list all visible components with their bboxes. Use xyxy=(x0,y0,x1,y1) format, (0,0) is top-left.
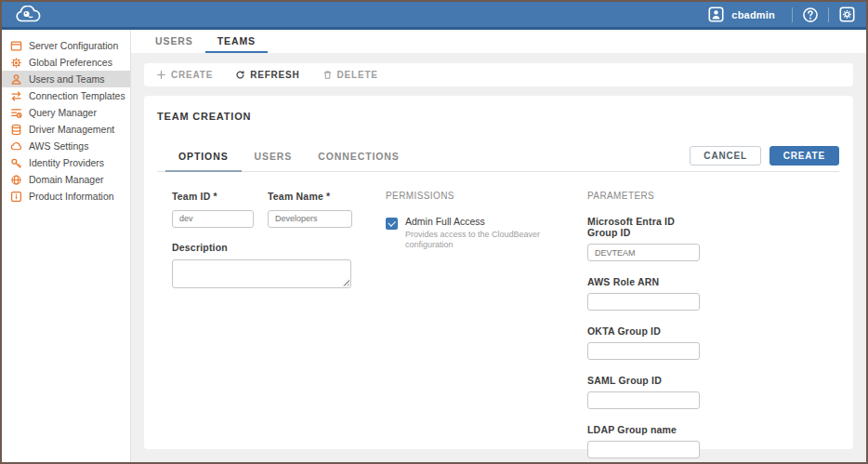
query-list-icon xyxy=(10,107,22,119)
sidebar-item-aws-settings[interactable]: AWS Settings xyxy=(2,138,130,154)
create-label: CREATE xyxy=(171,70,213,80)
sidebar-item-global-preferences[interactable]: Global Preferences xyxy=(2,54,130,71)
trash-icon xyxy=(322,70,333,80)
divider xyxy=(792,7,793,22)
team-creation-form: Team ID * Team Name * Description xyxy=(157,172,839,458)
aws-role-arn-label: AWS Role ARN xyxy=(587,276,700,287)
tab-connections[interactable]: CONNECTIONS xyxy=(305,141,413,172)
sidebar-item-label: Query Manager xyxy=(29,107,97,118)
ldap-group-name-input[interactable] xyxy=(587,441,700,458)
admin-full-access-checkbox[interactable] xyxy=(386,218,398,230)
sidebar-item-server-configuration[interactable]: Server Configuration xyxy=(2,37,130,54)
gear-icon xyxy=(10,57,22,69)
ldap-group-name-label: LDAP Group name xyxy=(587,424,700,435)
tab-teams[interactable]: TEAMS xyxy=(205,30,268,53)
cancel-button[interactable]: CANCEL xyxy=(690,146,760,166)
sidebar-item-label: Connection Templates xyxy=(29,90,125,101)
entra-group-id-input[interactable] xyxy=(587,244,700,261)
main-area: USERS TEAMS CREATE xyxy=(131,30,866,462)
panel-tabbar: OPTIONS USERS CONNECTIONS CANCEL CREATE xyxy=(157,141,839,172)
sidebar-item-driver-management[interactable]: Driver Management xyxy=(2,121,130,138)
top-bar-actions: cbadmin xyxy=(705,5,857,25)
sidebar-item-connection-templates[interactable]: Connection Templates xyxy=(2,87,130,104)
sidebar-item-label: Product Information xyxy=(29,191,114,202)
parameters-header: PARAMETERS xyxy=(587,191,700,201)
sidebar-item-label: Global Preferences xyxy=(29,57,112,68)
users-icon xyxy=(10,73,22,86)
refresh-button[interactable]: REFRESH xyxy=(235,70,299,80)
admin-full-access-label: Admin Full Access xyxy=(405,216,559,227)
sidebar-item-label: Identity Providers xyxy=(29,157,104,168)
sidebar-item-query-manager[interactable]: Query Manager xyxy=(2,104,130,121)
sidebar-item-label: AWS Settings xyxy=(29,140,88,152)
saml-group-id-label: SAML Group ID xyxy=(587,375,700,386)
sidebar-item-domain-manager[interactable]: Domain Manager xyxy=(2,171,130,188)
user-menu[interactable]: cbadmin xyxy=(705,5,775,25)
sidebar-item-users-and-teams[interactable]: Users and Teams xyxy=(2,71,130,87)
refresh-label: REFRESH xyxy=(250,70,299,80)
top-bar: cbadmin xyxy=(2,2,866,30)
teams-toolbar: CREATE REFRESH DELETE xyxy=(144,63,853,86)
delete-team-button[interactable]: DELETE xyxy=(322,70,378,80)
user-avatar-icon xyxy=(705,5,726,25)
info-icon xyxy=(10,191,22,203)
sidebar-item-label: Server Configuration xyxy=(29,40,118,51)
aws-role-arn-input[interactable] xyxy=(587,293,700,311)
cloud-icon xyxy=(10,140,22,152)
admin-sidebar: Server Configuration Global Preferences xyxy=(2,30,131,462)
refresh-icon xyxy=(235,70,245,80)
create-button[interactable]: CREATE xyxy=(769,146,839,166)
okta-group-id-label: OKTA Group ID xyxy=(587,325,700,337)
entra-group-id-label: Microsoft Entra ID Group ID xyxy=(587,216,700,238)
sidebar-item-label: Driver Management xyxy=(29,124,114,135)
saml-group-id-input[interactable] xyxy=(587,391,700,409)
help-icon[interactable] xyxy=(800,5,821,25)
create-team-button[interactable]: CREATE xyxy=(156,70,213,80)
team-name-input[interactable] xyxy=(268,210,352,228)
team-name-label: Team Name * xyxy=(268,191,352,202)
divider xyxy=(828,7,829,22)
team-creation-panel: TEAM CREATION OPTIONS USERS CONNECTIONS … xyxy=(144,96,853,449)
plus-icon xyxy=(156,70,166,80)
sidebar-item-product-information[interactable]: Product Information xyxy=(2,188,130,205)
server-configuration-icon xyxy=(10,40,22,52)
swap-arrows-icon xyxy=(10,90,22,102)
team-id-input[interactable] xyxy=(172,210,254,228)
panel-title: TEAM CREATION xyxy=(157,111,839,122)
permissions-header: PERMISSIONS xyxy=(386,191,559,201)
sidebar-item-label: Users and Teams xyxy=(29,73,105,85)
globe-icon xyxy=(10,174,22,186)
delete-label: DELETE xyxy=(337,70,378,80)
tab-options[interactable]: OPTIONS xyxy=(165,141,242,172)
description-textarea[interactable] xyxy=(172,259,351,288)
tab-panel-users[interactable]: USERS xyxy=(242,141,306,172)
admin-full-access-description: Provides access to the CloudBeaver confi… xyxy=(405,230,559,251)
cloudbeaver-logo xyxy=(14,6,42,24)
okta-group-id-input[interactable] xyxy=(587,342,700,360)
admin-tabs: USERS TEAMS xyxy=(131,30,866,53)
username: cbadmin xyxy=(731,9,775,20)
tab-users[interactable]: USERS xyxy=(143,30,205,53)
sidebar-item-identity-providers[interactable]: Identity Providers xyxy=(2,154,130,171)
teams-content: CREATE REFRESH DELETE xyxy=(131,53,866,462)
sidebar-item-label: Domain Manager xyxy=(29,174,104,185)
key-icon xyxy=(10,157,22,169)
app-window: cbadmin xyxy=(0,0,868,464)
team-id-label: Team ID * xyxy=(172,191,254,202)
settings-icon[interactable] xyxy=(836,5,857,25)
description-label: Description xyxy=(172,242,352,253)
database-icon xyxy=(10,124,22,136)
